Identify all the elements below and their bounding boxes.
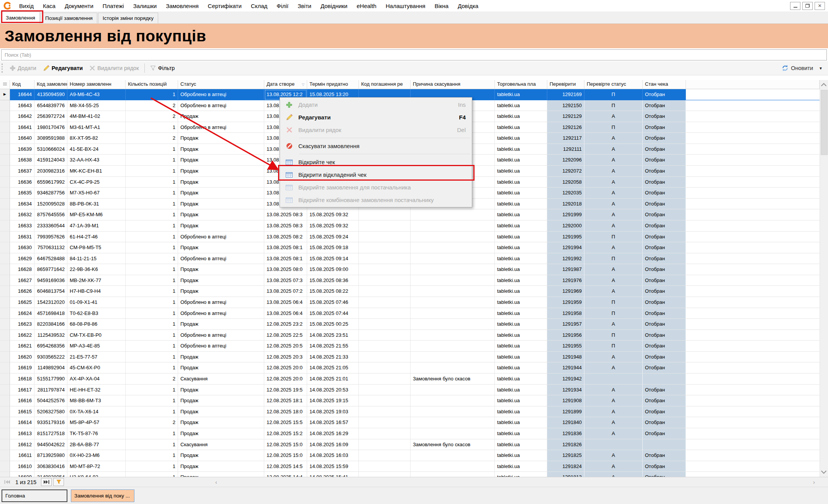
- tab-історія-зміни-порядку[interactable]: Історія зміни порядку: [98, 13, 158, 23]
- table-row[interactable]: 16628865977164222-9B-36-K61Продаж13.08.2…: [0, 264, 820, 275]
- table-row[interactable]: 166172811797874HE-HH-ET-321Продаж12.08.2…: [0, 385, 820, 396]
- hscroll-left-icon[interactable]: ‹: [215, 479, 217, 485]
- table-cell: 7993957626: [34, 232, 67, 243]
- table-row[interactable]: 166221125439532CM-TX-EB-P01Оброблено в а…: [0, 330, 820, 341]
- delete-row-button[interactable]: Видалити рядок: [86, 63, 142, 73]
- context-menu-item-відкрийте-замовлення-для-постачальника[interactable]: Відкрийте замовлення для постачальника: [280, 181, 472, 194]
- column-header-причина-скасування[interactable]: Причина скасування: [411, 80, 495, 89]
- column-header-дата-створе[interactable]: Дата створе▽: [264, 80, 307, 89]
- toolbar-grip[interactable]: [2, 64, 4, 73]
- table-row[interactable]: 166185155177990AX-4P-XA-042Скасування12.…: [0, 374, 820, 385]
- menu-item-довідка[interactable]: Довідка: [453, 2, 483, 10]
- column-header-номер-замовленн[interactable]: Номер замовленн: [67, 80, 126, 89]
- hscroll-right-icon[interactable]: ›: [813, 479, 815, 485]
- table-row[interactable]: 16633233336054447-1A-39-M11Продаж13.08.2…: [0, 220, 820, 232]
- table-row[interactable]: 1661187139259800X-H0-23-M61Продаж12.08.2…: [0, 450, 820, 461]
- table-row[interactable]: 166216954268356MP-A3-4E-851Оброблено в а…: [0, 341, 820, 352]
- table-row[interactable]: 16623822038416668-08-P8-861Продаж12.08.2…: [0, 319, 820, 330]
- menu-item-платежі[interactable]: Платежі: [98, 2, 129, 10]
- tab-замовлення[interactable]: Замовлення: [1, 11, 40, 23]
- row-indicator: [0, 232, 10, 243]
- menu-item-вихід[interactable]: Вихід: [15, 2, 38, 10]
- table-row[interactable]: 16631799395762661-H4-2T-461Оброблено в а…: [0, 232, 820, 243]
- column-header-код-замовлен[interactable]: Код замовлен: [34, 80, 67, 89]
- column-header-кількість-позицій[interactable]: Кількість позицій: [126, 80, 178, 89]
- table-row[interactable]: 16629646752848884-11-21-151Оброблено в а…: [0, 253, 820, 264]
- table-row[interactable]: 166266046813754H7-HB-C9-H41Продаж13.08.2…: [0, 286, 820, 297]
- column-header-термін-придатно[interactable]: Термін придатно: [307, 80, 359, 89]
- table-cell: T0-62-E8-B3: [67, 308, 126, 319]
- menu-item-довідники[interactable]: Довідники: [316, 2, 352, 10]
- table-cell: Оброблено в аптеці: [178, 89, 264, 100]
- column-header-код[interactable]: Код: [10, 80, 34, 89]
- table-cell: [411, 253, 495, 264]
- vertical-scrollbar[interactable]: [820, 80, 828, 477]
- restore-button[interactable]: [802, 2, 813, 10]
- menu-item-сертифікати[interactable]: Сертифікати: [203, 2, 246, 10]
- taskbar-orders-button[interactable]: Замовлення від поку ...: [71, 489, 134, 502]
- add-button[interactable]: Додати: [7, 63, 40, 73]
- tab-позиції-замовлення[interactable]: Позиції замовлення: [41, 13, 97, 23]
- search-input[interactable]: [1, 49, 827, 60]
- table-cell: Отобран: [643, 297, 686, 308]
- refresh-button[interactable]: Оновити: [778, 63, 817, 73]
- table-row[interactable]: 16625154231202001-09-X1-411Оброблено в а…: [0, 297, 820, 308]
- table-cell: 1125439532: [34, 330, 67, 341]
- table-row[interactable]: 166328757645556MP-E5-KM-M61Продаж13.08.2…: [0, 209, 820, 220]
- taskbar-home-button[interactable]: Головна: [2, 489, 67, 502]
- scrollbar-thumb[interactable]: [821, 90, 828, 155]
- table-row[interactable]: 166138151727518TK-T5-87-761Продаж12.08.2…: [0, 428, 820, 439]
- menu-item-документи[interactable]: Документи: [60, 2, 98, 10]
- context-menu-item-відкрийте-комбіноване-замовлення-постачальнику[interactable]: Відкрийте комбіноване замовлення постача…: [280, 194, 472, 206]
- table-row[interactable]: 166165044252576M8-BB-6M-T31Продаж12.08.2…: [0, 395, 820, 406]
- menu-item-каса[interactable]: Каса: [38, 2, 60, 10]
- menu-item-замовлення[interactable]: Замовлення: [161, 2, 203, 10]
- refresh-dropdown-caret[interactable]: ▼: [817, 66, 828, 70]
- edit-button[interactable]: Редагувати: [40, 63, 87, 73]
- first-record-button[interactable]: [2, 478, 12, 486]
- table-cell: Отобран: [643, 122, 686, 133]
- table-cell: MB-2M-XK-77: [67, 275, 126, 286]
- menu-item-залишки[interactable]: Залишки: [129, 2, 162, 10]
- column-header-перевірте-статус[interactable]: Перевірте статус: [584, 80, 643, 89]
- context-menu-item-відкрийте-чек[interactable]: Відкрийте чек: [280, 156, 472, 168]
- column-header-статус[interactable]: Статус: [178, 80, 264, 89]
- row-filler: [686, 297, 820, 308]
- menu-item-ehealth[interactable]: eHealth: [352, 2, 381, 10]
- table-row[interactable]: 16619114989290445-CM-6X-P01Продаж12.08.2…: [0, 362, 820, 374]
- table-row[interactable]: 166149335179316M5-8P-4P-572Продаж12.08.2…: [0, 417, 820, 428]
- menu-item-склад[interactable]: Склад: [246, 2, 272, 10]
- last-record-button[interactable]: [41, 478, 52, 486]
- table-cell: 1: [126, 461, 178, 472]
- menu-item-звіти[interactable]: Звіти: [293, 2, 316, 10]
- table-row[interactable]: 1661294450426222B-6A-BB-771Скасування12.…: [0, 439, 820, 450]
- close-button[interactable]: ✕: [815, 2, 825, 10]
- table-cell: [411, 352, 495, 363]
- table-row[interactable]: 16620930356522221-E5-77-571Продаж12.08.2…: [0, 352, 820, 363]
- table-row[interactable]: 166103063830416M0-MT-8P-721Продаж12.08.2…: [0, 461, 820, 472]
- menu-item-вікна[interactable]: Вікна: [430, 2, 453, 10]
- column-header-стан-чека[interactable]: Стан чека: [643, 80, 686, 89]
- minimize-button[interactable]: [790, 2, 800, 10]
- table-row[interactable]: 166307570631132CM-P8-M5-T51Продаж13.08.2…: [0, 242, 820, 253]
- grid-filter-toggle-button[interactable]: [53, 478, 64, 486]
- row-filler: [686, 242, 820, 253]
- table-row[interactable]: 166244571698418T0-62-E8-B31Оброблено в а…: [0, 308, 820, 319]
- menu-item-філії[interactable]: Філії: [272, 2, 293, 10]
- context-menu-item-скасувати-замовлення[interactable]: Скасувати замовлення: [280, 140, 472, 152]
- filter-button[interactable]: Фільтр: [147, 63, 178, 73]
- context-menu-item-редагувати[interactable]: РедагуватиF4: [280, 111, 472, 124]
- table-row[interactable]: 1661552063275800X-TA-X6-141Продаж12.08.2…: [0, 406, 820, 418]
- scroll-down-icon[interactable]: [821, 468, 826, 474]
- table-cell: 12.08.2025 23:2: [264, 319, 307, 330]
- context-menu-item-додати[interactable]: ДодатиIns: [280, 98, 472, 111]
- table-row[interactable]: 166093149838054H2-K9-64-921Продаж12.08.2…: [0, 472, 820, 477]
- column-header-перевірити[interactable]: Перевірити: [547, 80, 584, 89]
- scroll-up-icon[interactable]: [821, 83, 826, 88]
- menu-item-налаштування[interactable]: Налаштування: [381, 2, 430, 10]
- column-header-торговельна-пла[interactable]: Торговельна пла: [495, 80, 547, 89]
- table-row[interactable]: 166279459169036MB-2M-XK-771Продаж13.08.2…: [0, 275, 820, 286]
- context-menu-item-відкрити-відкладений-чек[interactable]: Відкрити відкладений чек: [280, 168, 472, 181]
- column-header-код-погашення-ре[interactable]: Код погашення ре: [359, 80, 411, 89]
- context-menu-item-видалити-рядок[interactable]: Видалити рядокDel: [280, 124, 472, 136]
